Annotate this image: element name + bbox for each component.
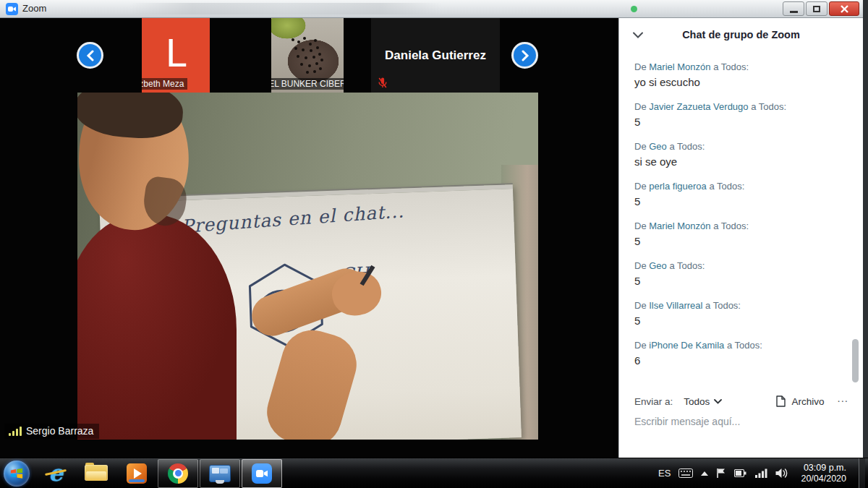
windows-taskbar: e ES bbox=[0, 458, 868, 488]
network-signal-icon[interactable] bbox=[755, 468, 767, 478]
clock-time: 03:09 p.m. bbox=[801, 463, 846, 474]
chat-scrollbar-thumb[interactable] bbox=[852, 339, 859, 382]
chat-sender-name: Javier Zazueta Verdugo bbox=[649, 101, 748, 112]
chat-sender-name: Geo bbox=[649, 260, 667, 271]
chat-sender-name: Geo bbox=[649, 141, 667, 152]
send-to-label: Enviar a: bbox=[634, 396, 673, 407]
chat-message-text: si se oye bbox=[634, 154, 853, 170]
zoom-app-window: Zoom L Lizbeth Meza bbox=[0, 0, 868, 488]
chat-message: De Mariel Monzón a Todos: yo si escucho bbox=[634, 60, 853, 90]
window-titlebar: Zoom bbox=[0, 0, 868, 18]
chat-panel-title: Chat de grupo de Zoom bbox=[619, 29, 863, 40]
chat-message-text: 5 bbox=[634, 114, 853, 130]
participant-name: Daniela Gutierrez bbox=[385, 48, 486, 63]
video-region: L Lizbeth Meza EL BUNKER CIBER Daniela G… bbox=[0, 18, 618, 458]
window-title: Zoom bbox=[22, 3, 46, 14]
chat-message: De Geo a Todos: si se oye bbox=[634, 140, 853, 170]
chat-message-meta: De perla figueroa a Todos: bbox=[634, 179, 853, 194]
main-speaker-video[interactable]: Preguntas en el chat... CH bbox=[77, 93, 538, 440]
participant-name: EL BUNKER CIBER bbox=[271, 79, 344, 89]
previous-participants-button[interactable] bbox=[77, 42, 103, 69]
start-button[interactable] bbox=[4, 461, 30, 487]
chat-message-input[interactable] bbox=[634, 416, 848, 427]
avatar-letter: L bbox=[166, 35, 187, 72]
chat-message-list[interactable]: De Mariel Monzón a Todos: yo si escucho … bbox=[619, 56, 853, 388]
speaker-name-badge: Sergio Barraza bbox=[4, 424, 99, 439]
media-player-icon bbox=[127, 463, 147, 484]
chat-sender-name: Mariel Monzón bbox=[649, 61, 710, 72]
chat-message-text: 5 bbox=[634, 273, 853, 289]
maximize-button[interactable] bbox=[806, 1, 827, 16]
attach-file-button[interactable]: Archivo bbox=[776, 395, 824, 407]
chat-footer: Enviar a: Todos Archivo ... bbox=[619, 388, 863, 458]
chat-message-text: 5 bbox=[634, 234, 853, 249]
chrome-button[interactable] bbox=[158, 459, 198, 488]
windows-logo-icon bbox=[10, 468, 23, 479]
chat-message: De Mariel Monzón a Todos: 5 bbox=[634, 219, 853, 249]
presenter-forearm bbox=[260, 323, 364, 440]
chat-sender-name: Mariel Monzón bbox=[649, 221, 710, 231]
presenter-person bbox=[77, 93, 538, 440]
language-indicator[interactable]: ES bbox=[658, 468, 671, 479]
action-center-flag-icon[interactable] bbox=[716, 468, 726, 479]
next-participants-button[interactable] bbox=[511, 42, 538, 69]
chat-message: De iPhone De Kamila a Todos: 6 bbox=[634, 338, 853, 369]
file-explorer-button[interactable] bbox=[76, 458, 116, 488]
show-desktop-button[interactable] bbox=[859, 458, 865, 488]
presenter-torso bbox=[77, 214, 237, 440]
chat-sender-name: iPhone De Kamila bbox=[649, 340, 724, 351]
zoom-taskbar-button[interactable] bbox=[242, 459, 282, 488]
battery-icon[interactable] bbox=[734, 468, 747, 478]
chat-message-meta: De Geo a Todos: bbox=[634, 140, 853, 154]
chat-message-meta: De Ilse Villarreal a Todos: bbox=[634, 299, 853, 313]
participant-thumbnail-lizbeth[interactable]: L Lizbeth Meza bbox=[142, 18, 210, 93]
taskbar-clock[interactable]: 03:09 p.m. 20/04/2020 bbox=[796, 463, 851, 484]
chat-message: De Ilse Villarreal a Todos: 5 bbox=[634, 299, 853, 329]
close-button[interactable] bbox=[829, 1, 859, 16]
chat-header: Chat de grupo de Zoom bbox=[619, 18, 863, 56]
participant-name: Lizbeth Meza bbox=[142, 79, 184, 89]
chat-message-meta: De Mariel Monzón a Todos: bbox=[634, 219, 853, 234]
chat-message-meta: De iPhone De Kamila a Todos: bbox=[634, 338, 853, 353]
chat-message-meta: De Javier Zazueta Verdugo a Todos: bbox=[634, 100, 853, 114]
participant-name-badge: EL BUNKER CIBER bbox=[271, 78, 344, 90]
chrome-icon bbox=[168, 463, 188, 484]
speaker-volume-icon[interactable] bbox=[775, 468, 788, 479]
chat-sender-name: Ilse Villarreal bbox=[649, 300, 702, 311]
participant-thumbnail-bunker[interactable]: EL BUNKER CIBER bbox=[271, 18, 344, 93]
mic-muted-icon bbox=[378, 77, 387, 88]
participant-name-badge: Lizbeth Meza bbox=[142, 78, 187, 90]
chevron-down-icon bbox=[714, 399, 722, 404]
status-dot bbox=[631, 6, 637, 12]
speaker-name: Sergio Barraza bbox=[26, 425, 93, 437]
zoom-logo-icon bbox=[6, 3, 18, 15]
window-edge bbox=[863, 0, 868, 458]
chat-message-meta: De Mariel Monzón a Todos: bbox=[634, 60, 853, 74]
clock-date: 20/04/2020 bbox=[801, 474, 846, 484]
chat-message: De Javier Zazueta Verdugo a Todos: 5 bbox=[634, 100, 853, 130]
more-options-button[interactable]: ... bbox=[837, 395, 848, 407]
participant-thumbnail-daniela[interactable]: Daniela Gutierrez bbox=[371, 18, 500, 93]
keyboard-icon[interactable] bbox=[678, 468, 693, 478]
file-icon bbox=[776, 395, 786, 407]
chat-message: De Geo a Todos: 5 bbox=[634, 259, 853, 289]
send-to-dropdown[interactable]: Todos bbox=[684, 396, 722, 407]
participant-filmstrip: L Lizbeth Meza EL BUNKER CIBER Daniela G… bbox=[0, 18, 618, 93]
chat-message-meta: De Geo a Todos: bbox=[634, 259, 853, 273]
send-to-value: Todos bbox=[684, 396, 710, 407]
chat-message-text: yo si escucho bbox=[634, 74, 853, 90]
zoom-camera-icon bbox=[252, 463, 272, 484]
chat-panel: Chat de grupo de Zoom De Mariel Monzón a… bbox=[618, 18, 863, 458]
desktop-app-icon-stand bbox=[216, 480, 224, 484]
desktop-app-icon bbox=[209, 465, 231, 482]
internet-explorer-icon: e bbox=[48, 462, 63, 484]
folder-icon bbox=[85, 465, 108, 482]
show-hidden-icons-button[interactable] bbox=[701, 471, 708, 476]
internet-explorer-button[interactable]: e bbox=[35, 458, 76, 488]
chat-message-text: 6 bbox=[634, 353, 853, 369]
desktop-app-button[interactable] bbox=[200, 459, 240, 488]
media-player-button[interactable] bbox=[116, 458, 157, 488]
chat-message-text: 5 bbox=[634, 313, 853, 329]
minimize-button[interactable] bbox=[783, 1, 804, 16]
audio-signal-icon bbox=[9, 427, 22, 436]
